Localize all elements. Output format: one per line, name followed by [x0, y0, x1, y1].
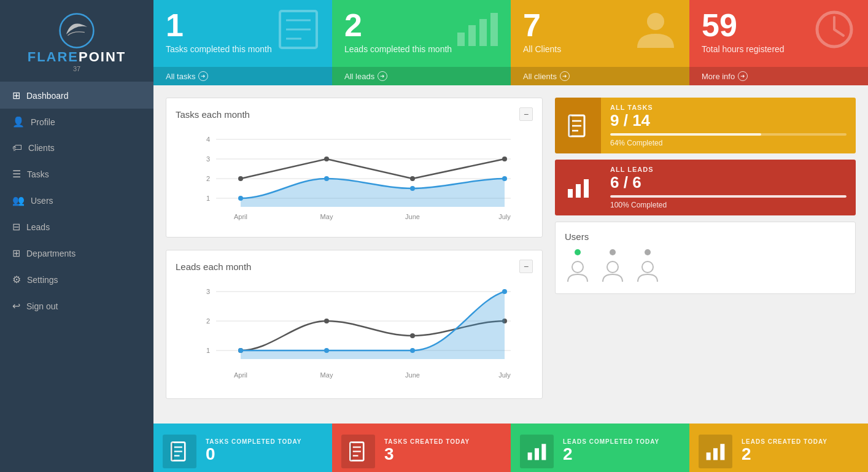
tasks-chart-svg: 4 3 2 1 April May June July [176, 127, 533, 225]
leads-chart-title: Leads each month [176, 261, 251, 272]
all-tasks-panel: ALL TASKS 9 / 14 64% Completed [555, 98, 856, 153]
all-tasks-progress-fill [610, 133, 761, 136]
sidebar-label-tasks: Tasks [27, 169, 49, 179]
hours-stat-footer[interactable]: More info ➜ [689, 67, 868, 85]
sidebar-item-departments[interactable]: ⊞ Departments [0, 240, 153, 266]
signout-icon: ↩ [12, 300, 20, 312]
user-icon-2 [600, 258, 626, 284]
tasks-stat-label: Tasks completed this month [166, 44, 272, 54]
tasks-chart-collapse-button[interactable]: − [519, 107, 533, 121]
svg-text:April: April [234, 371, 247, 379]
svg-rect-71 [535, 448, 539, 460]
svg-rect-5 [457, 33, 465, 46]
dashboard-icon: ⊞ [12, 90, 20, 101]
sidebar-item-tasks[interactable]: ☰ Tasks [0, 161, 153, 187]
svg-rect-56 [584, 179, 589, 198]
leads-stat-icon [452, 6, 502, 63]
all-leads-panel: ALL LEADS 6 / 6 100% Completed [555, 160, 856, 215]
sidebar-label-dashboard: Dashboard [26, 91, 69, 101]
svg-point-47 [410, 348, 415, 353]
bottom-leads-completed-label: LEADS COMPLETED TODAY [563, 438, 659, 445]
bottom-card-tasks-created: TASKS CREATED TODAY 3 [332, 424, 511, 472]
leads-stat-footer[interactable]: All leads ➜ [332, 67, 511, 85]
sidebar-item-settings[interactable]: ⚙ Settings [0, 266, 153, 293]
user-avatar-3 [635, 249, 661, 284]
all-leads-content: ALL LEADS 6 / 6 100% Completed [601, 160, 856, 215]
stat-card-clients: 7 All Clients All clients ➜ [511, 0, 689, 85]
leads-chart-container: 3 2 1 April May June July [176, 279, 533, 389]
sidebar-item-signout[interactable]: ↩ Sign out [0, 293, 153, 319]
leads-chart-collapse-button[interactable]: − [519, 260, 533, 273]
hours-stat-icon [810, 6, 859, 63]
tasks-stat-footer[interactable]: All tasks ➜ [153, 67, 332, 85]
svg-text:July: July [498, 371, 511, 379]
clients-icon: 🏷 [12, 142, 22, 153]
all-leads-sub: 100% Completed [610, 201, 847, 209]
bottom-tasks-completed-text: TASKS COMPLETED TODAY 0 [206, 438, 301, 464]
app-version: 37 [73, 65, 80, 72]
svg-rect-72 [541, 444, 546, 460]
all-tasks-progress-bar [610, 133, 847, 136]
user-status-dot-1 [575, 249, 581, 255]
bottom-card-tasks-completed: TASKS COMPLETED TODAY 0 [153, 424, 332, 472]
svg-rect-53 [569, 115, 572, 136]
svg-point-58 [607, 261, 618, 273]
tasks-chart-card: Tasks each month − 4 3 2 1 [166, 98, 543, 238]
all-tasks-value: 9 / 14 [610, 111, 847, 130]
stat-card-tasks: 1 Tasks completed this month All tasks ➜ [153, 0, 332, 85]
sidebar-item-profile[interactable]: 👤 Profile [0, 109, 153, 135]
svg-point-28 [324, 176, 329, 181]
svg-text:4: 4 [206, 136, 210, 143]
sidebar-label-departments: Departments [26, 249, 76, 258]
departments-icon: ⊞ [12, 247, 20, 259]
clients-stat-footer[interactable]: All clients ➜ [511, 67, 689, 85]
user-avatar-2 [600, 249, 626, 284]
bottom-leads-created-text: LEADS CREATED TODAY 2 [742, 438, 827, 464]
svg-text:3: 3 [206, 155, 210, 163]
svg-point-46 [324, 348, 329, 353]
user-icon-1 [565, 258, 591, 284]
sidebar-item-dashboard[interactable]: ⊞ Dashboard [0, 82, 153, 109]
leads-stat-label: Leads completed this month [344, 44, 452, 54]
sidebar-label-signout: Sign out [26, 301, 58, 311]
sidebar-nav: ⊞ Dashboard 👤 Profile 🏷 Clients ☰ Tasks … [0, 82, 153, 319]
svg-rect-75 [720, 444, 724, 460]
svg-point-24 [324, 157, 329, 161]
svg-text:June: June [405, 213, 420, 220]
bottom-leads-created-value: 2 [742, 445, 827, 464]
svg-text:May: May [320, 371, 333, 379]
users-row [565, 249, 846, 284]
leads-chart-svg: 3 2 1 April May June July [176, 279, 533, 387]
svg-rect-8 [490, 13, 498, 46]
svg-text:June: June [405, 371, 420, 379]
leads-stat-number: 2 [344, 9, 452, 41]
svg-rect-55 [576, 184, 581, 198]
sidebar-label-profile: Profile [31, 117, 55, 127]
svg-point-23 [238, 176, 243, 181]
clients-stat-label: All Clients [523, 44, 561, 54]
all-leads-chart-icon [566, 176, 591, 200]
all-leads-progress-bar [610, 195, 847, 198]
right-column: ALL TASKS 9 / 14 64% Completed [555, 98, 856, 411]
main-content: 1 Tasks completed this month All tasks ➜… [153, 0, 868, 472]
sidebar-item-users[interactable]: 👥 Users [0, 187, 153, 214]
all-tasks-content: ALL TASKS 9 / 14 64% Completed [601, 98, 856, 153]
left-column: Tasks each month − 4 3 2 1 [166, 98, 543, 411]
leads-footer-label: All leads [344, 72, 374, 81]
sidebar-item-clients[interactable]: 🏷 Clients [0, 135, 153, 161]
leads-icon: ⊟ [12, 221, 20, 233]
svg-text:3: 3 [206, 288, 210, 295]
sidebar-label-users: Users [31, 196, 53, 206]
all-tasks-label: ALL TASKS [610, 104, 847, 111]
leads-chart-card: Leads each month − 3 2 1 April [166, 250, 543, 399]
svg-point-25 [410, 176, 415, 181]
hours-footer-label: More info [702, 72, 735, 81]
bottom-tasks-created-label: TASKS CREATED TODAY [384, 438, 470, 445]
sidebar-item-leads[interactable]: ⊟ Leads [0, 214, 153, 240]
users-panel-title: Users [565, 231, 846, 242]
logo-area: FLAREPOINT 37 [0, 0, 153, 82]
bottom-tasks-created-text: TASKS CREATED TODAY 3 [384, 438, 470, 464]
bottom-card-leads-created: LEADS CREATED TODAY 2 [689, 424, 868, 472]
svg-text:1: 1 [206, 347, 210, 354]
bottom-tasks-completed-icon [163, 435, 196, 468]
